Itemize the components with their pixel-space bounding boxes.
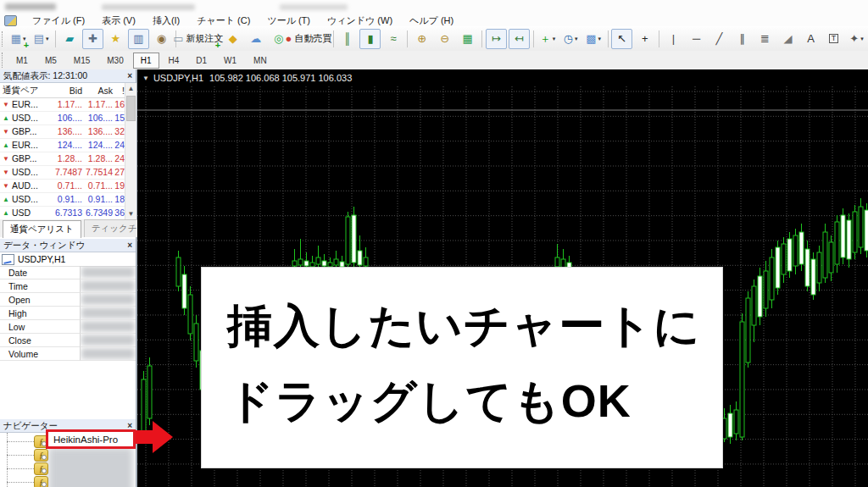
timeframe-w1-button[interactable]: W1 (216, 53, 244, 69)
scroll-thumb[interactable] (126, 96, 136, 121)
candlestick (752, 286, 756, 325)
candlestick (787, 239, 792, 271)
menu-item-file[interactable]: ファイル (F) (24, 14, 93, 27)
new-chart-button[interactable]: ▦+▾ (8, 29, 29, 49)
periods-list-button[interactable]: ◷▾ (560, 29, 581, 49)
blurred-window-title-2 (280, 4, 348, 10)
toolbar-grip[interactable] (2, 53, 5, 68)
timeframe-h4-button[interactable]: H4 (161, 53, 187, 69)
text-tool-button[interactable]: A (800, 29, 821, 49)
market-watch-row[interactable]: ▲USD...0.91...0.91...18 (0, 192, 125, 207)
community-button[interactable]: ☁ (245, 29, 266, 49)
timeframe-mn-button[interactable]: MN (246, 53, 275, 69)
tab-symbol-list[interactable]: 通貨ペアリスト (3, 220, 81, 238)
navigator-indicator-item[interactable]: ƒ (0, 462, 136, 475)
menu-item-charts[interactable]: チャート (C) (188, 14, 259, 27)
market-watch-row[interactable]: ▼EUR...1.17...1.17...16 (0, 97, 125, 112)
market-watch-toggle-button[interactable]: ▰ (59, 29, 81, 49)
timeframe-m15-button[interactable]: M15 (66, 53, 97, 69)
menu-item-help[interactable]: ヘルプ (H) (401, 14, 462, 27)
dropdown-caret-icon[interactable]: ▾ (860, 36, 864, 42)
navigator-toggle-button[interactable]: ★ (105, 29, 126, 49)
spread-cell: 19 (113, 180, 125, 191)
menu-item-insert[interactable]: 挿入(I) (144, 14, 188, 27)
navigator-indicator-item[interactable]: ƒ (0, 448, 136, 462)
indicators-list-icon: ＋ (540, 33, 551, 44)
terminal-toggle-button[interactable]: ▥ (128, 29, 149, 49)
vertical-line-tool-button[interactable]: | (663, 29, 684, 49)
scroll-up-icon[interactable]: ▲ (125, 83, 136, 94)
candlestick-mode-button[interactable]: ▮ (359, 29, 381, 49)
close-icon[interactable]: × (127, 241, 132, 250)
navigator-item-heikinashi-pro[interactable]: HeikinAshi-Pro (46, 429, 136, 449)
chart-window-header: ▼ USDJPY,H1 105.982 106.068 105.971 106.… (142, 73, 352, 83)
market-watch-row[interactable]: ▲USD...106....106....15 (0, 111, 125, 125)
timeframe-m5-button[interactable]: M5 (37, 53, 64, 69)
navigator-indicator-item[interactable]: ƒ (0, 475, 136, 487)
text-label-tool-button[interactable]: T (823, 29, 844, 49)
new-order-button[interactable]: ▭+新規注文 (180, 29, 221, 49)
timeframe-d1-button[interactable]: D1 (188, 53, 214, 69)
close-icon[interactable]: × (127, 71, 132, 80)
toolbar-grip[interactable] (2, 31, 4, 47)
column-bid[interactable]: Bid (48, 86, 82, 96)
profiles-button[interactable]: ▤▾ (31, 29, 52, 49)
column-ask[interactable]: Ask (82, 86, 113, 96)
line-chart-mode-button[interactable]: ≈ (382, 29, 403, 49)
ask-cell: 106.... (82, 113, 113, 123)
horizontal-line-tool-icon: ─ (693, 33, 700, 44)
market-watch-row[interactable]: ▲USD6.73136.734936 (0, 206, 125, 220)
metaeditor-button[interactable]: ◆ (222, 29, 243, 49)
tutorial-text: 挿入したいチャートに ドラッグしてもOK (202, 268, 722, 439)
candlestick (776, 247, 780, 288)
tree-branch-line (7, 468, 34, 469)
line-chart-mode-icon: ≈ (390, 33, 396, 44)
trendline-tool-button[interactable]: ╱ (709, 29, 730, 49)
dropdown-caret-icon[interactable]: ▾ (575, 36, 578, 42)
tile-windows-button[interactable]: ▦ (457, 29, 478, 49)
dropdown-caret-icon[interactable]: ▾ (553, 36, 556, 42)
market-watch-row[interactable]: ▼GBP...1.28...1.28...24 (0, 152, 125, 166)
column-spread[interactable]: ! (113, 86, 125, 96)
crosshair-tool-button[interactable]: + (634, 29, 655, 49)
candlestick (823, 232, 827, 278)
cursor-tool-button[interactable]: ↖ (611, 29, 632, 49)
horizontal-line-tool-button[interactable]: ─ (686, 29, 707, 49)
timeframe-m30-button[interactable]: M30 (99, 53, 131, 69)
market-watch-row[interactable]: ▼AUD...0.71...0.71...19 (0, 179, 125, 193)
strategy-tester-toggle-button[interactable]: ◉ (151, 29, 172, 49)
market-watch-row[interactable]: ▼GBP...136....136....32 (0, 125, 125, 139)
timeframe-h1-button[interactable]: H1 (133, 53, 159, 69)
fibonacci-fan-tool-button[interactable]: ◢ (777, 29, 798, 49)
auto-scroll-button[interactable]: ↦ (486, 29, 507, 49)
arrows-tool-button[interactable]: ✦▾ (846, 29, 867, 49)
candlestick (865, 210, 868, 251)
equidistant-channel-tool-button[interactable]: ∥ (732, 29, 753, 49)
market-watch-row[interactable]: ▼USD...7.74877.751427 (0, 165, 125, 180)
chevron-down-icon[interactable]: ▼ (142, 75, 149, 82)
tree-branch-line (7, 482, 34, 483)
data-window-toggle-button[interactable]: ✚ (82, 29, 103, 49)
zoom-out-button[interactable]: ⊖ (434, 29, 455, 49)
column-pair[interactable]: 通貨ペア (0, 85, 48, 97)
autotrading-button[interactable]: ●自動売買 (291, 29, 330, 49)
menu-item-view[interactable]: 表示 (V) (93, 14, 144, 27)
fibonacci-retracement-tool-button[interactable]: ≣ (754, 29, 776, 49)
menu-item-window[interactable]: ウィンドウ (W) (319, 14, 401, 27)
down-arrow-icon: ▼ (3, 169, 9, 176)
tree-branch-line (7, 441, 34, 442)
chart-shift-button[interactable]: ↤ (509, 29, 530, 49)
market-watch-scrollbar[interactable]: ▲ ▼ (125, 83, 136, 219)
bar-chart-mode-button[interactable]: ║ (337, 29, 358, 49)
scroll-down-icon[interactable]: ▼ (125, 208, 136, 219)
candlestick (352, 215, 356, 263)
menu-item-tools[interactable]: ツール (T) (259, 14, 319, 27)
spread-cell: 24 (113, 140, 125, 150)
dropdown-caret-icon[interactable]: ▾ (598, 36, 601, 42)
market-watch-row[interactable]: ▲EUR...124....124....24 (0, 138, 125, 152)
zoom-in-button[interactable]: ⊕ (411, 29, 432, 49)
timeframe-m1-button[interactable]: M1 (8, 53, 36, 69)
dropdown-caret-icon[interactable]: ▾ (46, 36, 49, 42)
indicators-list-button[interactable]: ＋▾ (537, 29, 559, 49)
templates-list-button[interactable]: ▩▾ (583, 29, 604, 49)
